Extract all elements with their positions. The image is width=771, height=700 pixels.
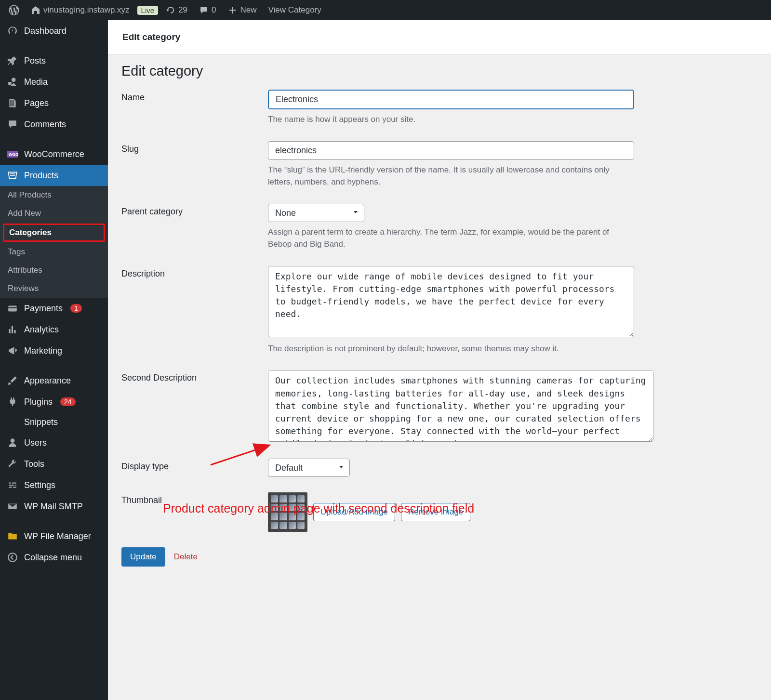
sidebar-item-label: Settings	[24, 480, 55, 490]
slug-label: Slug	[121, 141, 256, 154]
sidebar-item-label: Media	[24, 77, 48, 87]
submenu-categories[interactable]: Categories	[3, 224, 105, 242]
woocommerce-icon: woo	[7, 148, 18, 160]
media-icon	[7, 76, 18, 88]
dashboard-icon	[7, 25, 18, 37]
submenu-tags[interactable]: Tags	[0, 243, 108, 261]
svg-rect-2	[8, 306, 17, 312]
svg-rect-3	[8, 307, 17, 308]
name-label: Name	[121, 90, 256, 103]
submenu-add-new[interactable]: Add New	[0, 204, 108, 223]
site-name-link[interactable]: vinustaging.instawp.xyz	[27, 0, 133, 20]
wp-logo[interactable]	[5, 0, 23, 20]
slug-input[interactable]	[268, 141, 634, 160]
sidebar-item-label: WP File Manager	[24, 531, 91, 542]
sidebar-item-settings[interactable]: Settings	[0, 475, 108, 496]
second-description-label: Second Description	[121, 370, 256, 383]
delete-link[interactable]: Delete	[174, 552, 198, 562]
sidebar-item-media[interactable]: Media	[0, 71, 108, 92]
parent-help: Assign a parent term to create a hierarc…	[268, 226, 634, 251]
row-name: Name The name is how it appears on your …	[121, 90, 758, 126]
svg-text:woo: woo	[8, 152, 18, 157]
action-row: Update Delete	[121, 547, 758, 567]
view-category-label: View Category	[268, 5, 321, 15]
sidebar-item-label: Appearance	[24, 376, 71, 386]
site-name-text: vinustaging.instawp.xyz	[43, 5, 130, 15]
sidebar-item-tools[interactable]: Tools	[0, 453, 108, 475]
comments-count: 0	[212, 5, 216, 15]
view-category-link[interactable]: View Category	[265, 0, 325, 20]
comments-link[interactable]: 0	[195, 0, 220, 20]
row-slug: Slug The “slug” is the URL-friendly vers…	[121, 141, 758, 188]
description-textarea[interactable]: Explore our wide range of mobile devices…	[268, 266, 634, 337]
update-button[interactable]: Update	[121, 547, 165, 567]
row-parent: Parent category None Assign a parent ter…	[121, 204, 758, 251]
submenu-reviews[interactable]: Reviews	[0, 279, 108, 298]
screen-title: Edit category	[121, 63, 758, 79]
sidebar-item-pages[interactable]: Pages	[0, 92, 108, 114]
page-header-title: Edit category	[122, 32, 757, 42]
products-icon	[7, 170, 18, 181]
live-badge[interactable]: Live	[137, 6, 159, 15]
sidebar-item-products[interactable]: Products	[0, 165, 108, 186]
pin-icon	[7, 55, 18, 66]
submenu-attributes[interactable]: Attributes	[0, 261, 108, 279]
svg-line-5	[211, 446, 268, 465]
new-label: New	[240, 5, 257, 15]
sidebar-item-snippets[interactable]: Snippets	[0, 412, 108, 432]
row-second-description: Second Description Our collection includ…	[121, 370, 758, 443]
sidebar-item-label: Users	[24, 438, 47, 448]
folder-icon	[7, 530, 18, 542]
parent-label: Parent category	[121, 204, 256, 217]
refresh-icon	[166, 5, 175, 15]
revisions-count: 29	[178, 5, 187, 15]
sidebar-item-wpmail[interactable]: WP Mail SMTP	[0, 496, 108, 517]
plugin-icon	[7, 396, 18, 408]
sidebar-item-label: Payments	[24, 304, 63, 314]
plugins-badge: 24	[60, 397, 76, 406]
plus-icon	[228, 5, 238, 15]
megaphone-icon	[7, 345, 18, 357]
sidebar-item-payments[interactable]: Payments 1	[0, 298, 108, 319]
sidebar-item-label: Snippets	[24, 417, 58, 427]
sidebar-item-analytics[interactable]: Analytics	[0, 319, 108, 340]
sidebar-item-dashboard[interactable]: Dashboard	[0, 20, 108, 41]
sidebar-item-appearance[interactable]: Appearance	[0, 370, 108, 391]
comment-icon	[7, 119, 18, 130]
sidebar-item-label: WooCommerce	[24, 149, 84, 159]
sidebar-item-label: Marketing	[24, 346, 62, 356]
sidebar-item-woocommerce[interactable]: woo WooCommerce	[0, 144, 108, 165]
comment-icon	[199, 5, 209, 15]
name-help: The name is how it appears on your site.	[268, 113, 634, 126]
sidebar-item-wpfile[interactable]: WP File Manager	[0, 526, 108, 547]
sidebar-item-label: Dashboard	[24, 26, 66, 36]
parent-select[interactable]: None	[268, 204, 364, 222]
annotation-text: Product category admin page with second …	[163, 502, 474, 515]
revisions-link[interactable]: 29	[162, 0, 191, 20]
sidebar-item-posts[interactable]: Posts	[0, 50, 108, 71]
sidebar-item-comments[interactable]: Comments	[0, 114, 108, 135]
wordpress-icon	[9, 5, 19, 15]
page-icon	[7, 97, 18, 109]
main-panel: Edit category Edit category Name The nam…	[108, 20, 771, 700]
sidebar-collapse[interactable]: Collapse menu	[0, 547, 108, 568]
sidebar-item-label: Plugins	[24, 397, 53, 407]
sidebar-item-label: Tools	[24, 459, 44, 469]
display-type-select[interactable]: Default	[268, 459, 350, 477]
name-input[interactable]	[268, 90, 634, 109]
new-link[interactable]: New	[224, 0, 261, 20]
sliders-icon	[7, 479, 18, 491]
sidebar-item-plugins[interactable]: Plugins 24	[0, 391, 108, 412]
second-description-textarea[interactable]: Our collection includes smartphones with…	[268, 370, 653, 441]
admin-bar: vinustaging.instawp.xyz Live 29 0 New Vi…	[0, 0, 771, 20]
slug-help: The “slug” is the URL-friendly version o…	[268, 164, 634, 188]
collapse-icon	[7, 552, 18, 563]
user-icon	[7, 437, 18, 449]
svg-point-4	[8, 553, 17, 562]
sidebar-item-label: Posts	[24, 56, 46, 66]
wrench-icon	[7, 458, 18, 470]
submenu-all-products[interactable]: All Products	[0, 186, 108, 204]
sidebar-item-marketing[interactable]: Marketing	[0, 340, 108, 361]
sidebar-item-users[interactable]: Users	[0, 432, 108, 453]
description-label: Description	[121, 266, 256, 279]
